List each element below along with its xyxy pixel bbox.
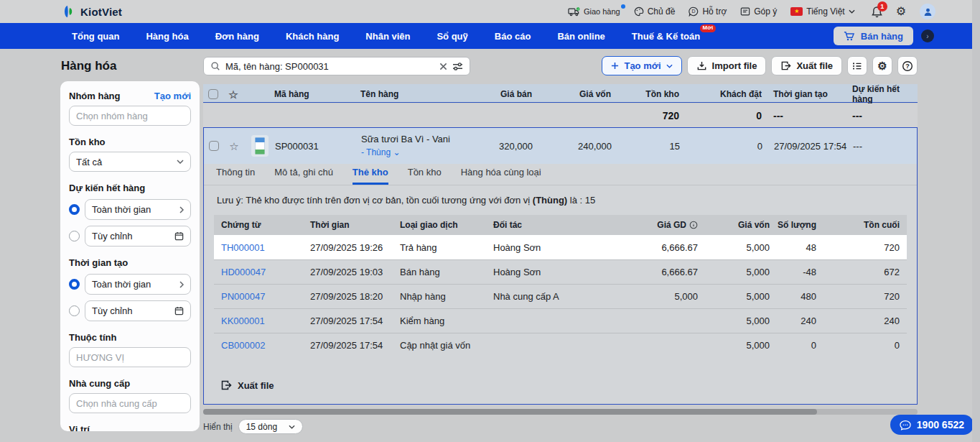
delivery-menu-item[interactable]: Giao hàng [568, 6, 620, 17]
ledger-balance: 720 [823, 242, 907, 253]
support-menu-item[interactable]: D Hỗ trợ [689, 6, 727, 17]
panel-export-button[interactable]: Xuất file [220, 379, 274, 391]
ledger-qty: 48 [777, 242, 823, 253]
nav-item-don-hang[interactable]: Đơn hàng [215, 31, 259, 42]
ledger-col-cost: Giá vốn [705, 220, 777, 230]
nav-item-so-quy[interactable]: Sổ quỹ [437, 31, 467, 42]
advanced-filter-icon[interactable] [452, 62, 463, 71]
tab-the-kho[interactable]: Thẻ kho [353, 167, 388, 185]
col-header-cost[interactable]: Giá vốn [542, 89, 621, 99]
supplier-filter-input[interactable] [69, 393, 191, 413]
display-label: Hiển thị [203, 422, 233, 432]
select-all-checkbox[interactable] [208, 89, 218, 99]
settings-button[interactable]: ⚙ [896, 6, 906, 17]
col-header-code[interactable]: Mã hàng [274, 89, 352, 99]
create-group-link[interactable]: Tạo mới [154, 91, 191, 101]
person-icon [923, 7, 933, 17]
calendar-icon [174, 231, 184, 241]
export-file-button[interactable]: Xuất file [771, 56, 842, 75]
row-checkbox[interactable] [209, 141, 219, 151]
col-header-stock[interactable]: Tồn kho [621, 89, 689, 99]
language-selector[interactable]: ★ Tiếng Việt [790, 6, 854, 17]
created-custom-button[interactable]: Tùy chỉnh [85, 300, 191, 321]
table-settings-button[interactable]: ⚙ [872, 56, 892, 75]
ledger-row: KK000001 27/09/2025 17:54 Kiểm hàng 5,00… [214, 308, 907, 333]
col-header-price[interactable]: Giá bán [474, 89, 542, 99]
hotline-chat-button[interactable]: 1900 6522 [890, 415, 974, 435]
note-suffix: là : 15 [567, 195, 595, 206]
nav-item-khach-hang[interactable]: Khách hàng [286, 31, 339, 42]
hotline-number: 1900 6522 [917, 419, 964, 431]
help-button[interactable]: ? [897, 56, 918, 75]
info-icon[interactable] [689, 221, 698, 229]
ledger-cost: 5,000 [705, 291, 777, 302]
tab-mo-ta[interactable]: Mô tả, ghi chú [274, 167, 333, 185]
ledger-time: 27/09/2025 17:54 [303, 340, 393, 351]
nav-item-thue-ke-toan[interactable]: Thuế & Kế toán Mới [632, 31, 700, 42]
tab-thong-tin[interactable]: Thông tin [216, 167, 255, 185]
delivery-truck-icon [568, 6, 580, 17]
column-settings-button[interactable] [847, 56, 867, 75]
create-new-button[interactable]: Tạo mới [602, 56, 681, 75]
notifications-button[interactable]: 1 [872, 6, 882, 18]
feedback-label: Góp ý [754, 6, 777, 17]
col-header-forecast[interactable]: Dự kiến hết hàng [851, 84, 918, 104]
tab-ton-kho[interactable]: Tồn kho [408, 167, 442, 185]
summary-created: --- [772, 110, 851, 121]
document-link[interactable]: HD000047 [214, 267, 303, 277]
radio-checked[interactable] [69, 279, 80, 290]
export-icon [780, 60, 791, 71]
star-icon[interactable]: ☆ [224, 141, 244, 152]
detail-tabs: Thông tin Mô tả, ghi chú Thẻ kho Tồn kho… [204, 164, 917, 185]
nav-item-nhan-vien[interactable]: Nhân viên [365, 31, 410, 42]
feedback-menu-item[interactable]: Góp ý [740, 6, 777, 17]
product-unit-link[interactable]: - Thùng ⌄ [361, 147, 401, 157]
created-alltime-button[interactable]: Toàn thời gian [85, 274, 191, 295]
product-thumbnail[interactable] [251, 135, 269, 157]
nav-item-hang-hoa[interactable]: Hàng hóa [146, 31, 188, 42]
sell-button[interactable]: Bán hàng [834, 27, 913, 45]
col-header-name[interactable]: Tên hàng [352, 89, 474, 99]
group-filter-input[interactable] [69, 106, 191, 126]
attribute-filter-input[interactable] [69, 347, 191, 367]
svg-text:?: ? [905, 63, 910, 70]
tab-hang-hoa-cung-loai[interactable]: Hàng hóa cùng loại [461, 167, 541, 185]
ledger-price: 6,666.67 [612, 242, 705, 253]
theme-menu-item[interactable]: Chủ đề [634, 6, 676, 17]
col-header-ordered[interactable]: Khách đặt [689, 89, 772, 99]
radio-unchecked[interactable] [69, 231, 80, 241]
user-avatar[interactable] [920, 4, 935, 19]
ledger-table: Chứng từ Thời gian Loại giao dịch Đối tá… [214, 215, 907, 357]
document-link[interactable]: CB000002 [214, 340, 303, 351]
clear-search-icon[interactable] [439, 63, 447, 70]
document-link[interactable]: PN000047 [214, 291, 303, 302]
ledger-price: 5,000 [612, 291, 705, 302]
nav-item-ban-online[interactable]: Bán online [557, 31, 605, 42]
forecast-custom-option: Tùy chỉnh [69, 226, 191, 247]
stock-filter-select[interactable]: Tất cả [69, 152, 191, 172]
page-scrollbar-vertical[interactable] [972, 0, 980, 442]
star-icon[interactable]: ☆ [223, 89, 243, 100]
document-link[interactable]: KK000001 [214, 316, 303, 326]
horizontal-scrollbar[interactable] [203, 409, 918, 415]
document-link[interactable]: TH000001 [214, 242, 303, 253]
import-file-button[interactable]: Import file [687, 56, 767, 75]
radio-unchecked[interactable] [69, 305, 80, 316]
created-custom-option: Tùy chỉnh [69, 300, 191, 321]
scrollbar-thumb[interactable] [203, 409, 817, 415]
radio-checked[interactable] [69, 204, 80, 215]
theme-label: Chủ đề [648, 6, 676, 17]
forecast-custom-button[interactable]: Tùy chỉnh [85, 226, 191, 247]
page-size-select[interactable]: 15 dòng [238, 419, 303, 434]
col-header-created[interactable]: Thời gian tạo [772, 89, 851, 99]
language-label: Tiếng Việt [806, 6, 844, 17]
nav-item-tong-quan[interactable]: Tổng quan [72, 31, 119, 42]
search-input[interactable] [225, 61, 434, 72]
page-title: Hàng hóa [61, 59, 116, 73]
forecast-alltime-button[interactable]: Toàn thời gian [85, 199, 191, 220]
nav-item-bao-cao[interactable]: Báo cáo [495, 31, 531, 42]
nav-collapse-button[interactable]: › [921, 29, 934, 42]
product-row[interactable]: ☆ SP000031 Sữa tươi Ba Vì - Vani - Thùng… [204, 128, 917, 164]
chevron-right-icon [179, 206, 184, 213]
kiotviet-logo[interactable]: KiotViet [61, 4, 122, 19]
